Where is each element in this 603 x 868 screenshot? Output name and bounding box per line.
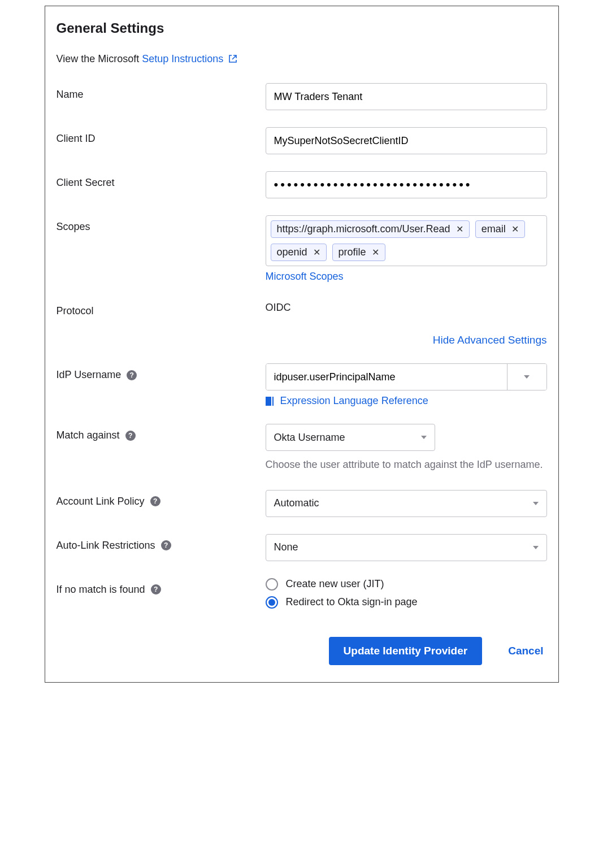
chevron-down-icon (524, 375, 530, 379)
expression-language-link[interactable]: Expression Language Reference (280, 395, 428, 407)
chevron-down-icon (533, 546, 539, 549)
book-icon (266, 397, 274, 406)
help-icon[interactable]: ? (127, 370, 137, 380)
intro-prefix: View the Microsoft (57, 53, 142, 64)
idp-username-input[interactable] (266, 364, 507, 390)
match-against-help: Choose the user attribute to match again… (266, 457, 547, 473)
help-icon[interactable]: ? (151, 584, 161, 594)
setup-instructions-link[interactable]: Setup Instructions (142, 53, 237, 64)
scope-tag[interactable]: profile ✕ (332, 244, 385, 261)
remove-icon[interactable]: ✕ (511, 224, 519, 235)
scopes-input[interactable]: https://graph.microsoft.com/User.Read ✕ … (266, 215, 547, 266)
match-against-value: Okta Username (274, 432, 345, 444)
client-secret-label: Client Secret (57, 171, 266, 189)
client-secret-input[interactable] (266, 171, 547, 198)
match-against-select[interactable]: Okta Username (266, 424, 435, 451)
account-link-label: Account Link Policy (57, 496, 145, 507)
match-against-label: Match against (57, 429, 120, 441)
update-idp-button[interactable]: Update Identity Provider (329, 637, 483, 665)
no-match-option-redirect[interactable]: Redirect to Okta sign-in page (266, 596, 547, 609)
no-match-label: If no match is found (57, 584, 145, 596)
general-settings-panel: General Settings View the Microsoft Setu… (45, 6, 559, 683)
help-icon[interactable]: ? (125, 431, 136, 441)
scopes-label: Scopes (57, 215, 266, 233)
client-id-input[interactable] (266, 127, 547, 154)
scope-tag[interactable]: openid ✕ (271, 244, 327, 261)
microsoft-scopes-link[interactable]: Microsoft Scopes (266, 271, 344, 283)
account-link-select[interactable]: Automatic (266, 490, 547, 517)
no-match-option-jit[interactable]: Create new user (JIT) (266, 578, 547, 591)
idp-username-combo[interactable] (266, 363, 547, 390)
scope-tag-label: https://graph.microsoft.com/User.Read (277, 223, 450, 235)
protocol-label: Protocol (57, 300, 266, 317)
name-label: Name (57, 83, 266, 101)
external-link-icon (228, 54, 237, 66)
auto-link-label: Auto-Link Restrictions (57, 540, 155, 552)
protocol-value: OIDC (266, 300, 547, 314)
hide-advanced-link[interactable]: Hide Advanced Settings (433, 334, 547, 346)
setup-instructions-line: View the Microsoft Setup Instructions (57, 53, 547, 66)
auto-link-select[interactable]: None (266, 534, 547, 561)
remove-icon[interactable]: ✕ (313, 247, 320, 258)
auto-link-value: None (274, 541, 298, 553)
no-match-jit-label: Create new user (JIT) (286, 578, 384, 590)
name-input[interactable] (266, 83, 547, 110)
chevron-down-icon (533, 502, 539, 505)
remove-icon[interactable]: ✕ (372, 247, 379, 258)
scope-tag[interactable]: email ✕ (475, 220, 525, 238)
scope-tag-label: openid (277, 246, 307, 258)
remove-icon[interactable]: ✕ (456, 224, 463, 235)
help-icon[interactable]: ? (161, 540, 171, 550)
scope-tag-label: profile (339, 246, 366, 258)
setup-instructions-label: Setup Instructions (142, 53, 223, 64)
radio-icon (266, 578, 278, 591)
idp-username-label: IdP Username (57, 369, 122, 381)
idp-username-dropdown-button[interactable] (507, 364, 546, 390)
radio-icon (266, 596, 278, 609)
account-link-value: Automatic (274, 497, 319, 509)
scope-tag-label: email (481, 223, 506, 235)
help-icon[interactable]: ? (150, 496, 160, 506)
cancel-button[interactable]: Cancel (505, 644, 546, 658)
chevron-down-icon (421, 436, 427, 439)
no-match-redirect-label: Redirect to Okta sign-in page (286, 596, 418, 608)
scope-tag[interactable]: https://graph.microsoft.com/User.Read ✕ (271, 220, 470, 238)
section-title: General Settings (57, 20, 547, 36)
client-id-label: Client ID (57, 127, 266, 145)
